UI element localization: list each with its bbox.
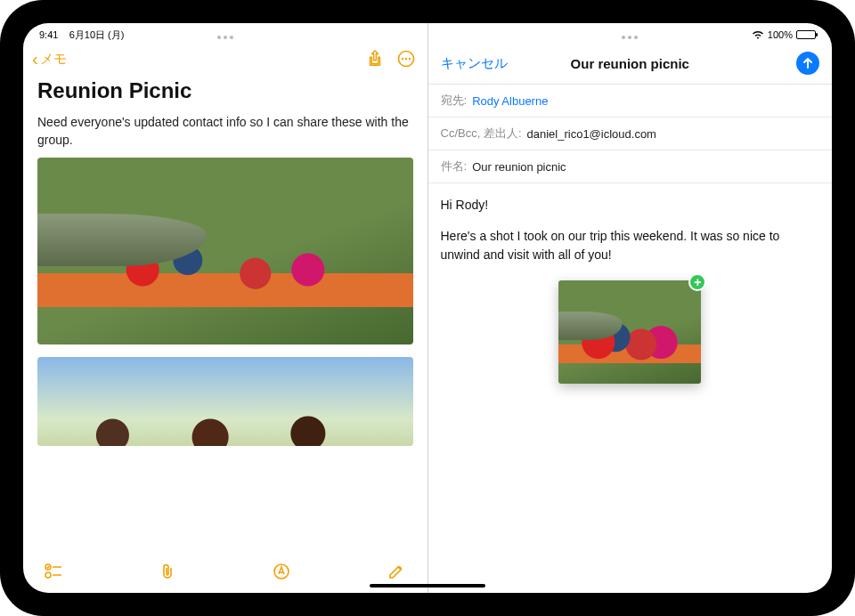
to-value[interactable]: Rody Albuerne bbox=[472, 94, 548, 108]
svg-point-6 bbox=[45, 572, 51, 578]
notes-navbar: ‹ メモ bbox=[23, 43, 428, 73]
dragged-photo-thumbnail[interactable] bbox=[558, 280, 701, 384]
status-time: 9:41 bbox=[39, 29, 58, 40]
compose-button[interactable] bbox=[387, 563, 405, 580]
notes-toolbar bbox=[23, 554, 428, 593]
svg-point-3 bbox=[408, 58, 410, 60]
mail-pane: キャンセル Our reunion picnic 宛先: Rody Albuer… bbox=[428, 23, 833, 593]
dragged-photo-wrap: + bbox=[441, 280, 820, 384]
mail-body-text: Here's a shot I took on our trip this we… bbox=[441, 227, 820, 264]
mail-navbar: キャンセル Our reunion picnic bbox=[428, 43, 833, 84]
home-indicator[interactable] bbox=[370, 584, 485, 588]
subject-field[interactable]: 件名: Our reunion picnic bbox=[428, 150, 833, 183]
checklist-button[interactable] bbox=[45, 563, 62, 580]
subject-value: Our reunion picnic bbox=[472, 160, 566, 174]
mail-title: Our reunion picnic bbox=[571, 56, 689, 71]
notes-content[interactable]: Reunion Picnic Need everyone's updated c… bbox=[23, 73, 428, 554]
note-body-text: Need everyone's updated contact info so … bbox=[37, 114, 413, 149]
to-label: 宛先: bbox=[441, 93, 468, 109]
notes-back-label: メモ bbox=[40, 51, 67, 68]
ipad-frame: 9:41 6月10日 (月) 100% ‹ bbox=[0, 0, 855, 616]
svg-point-2 bbox=[404, 58, 406, 60]
mail-header-fields: 宛先: Rody Albuerne Cc/Bcc, 差出人: daniel_ri… bbox=[428, 84, 833, 183]
cc-bcc-from-field[interactable]: Cc/Bcc, 差出人: daniel_rico1@icloud.com bbox=[428, 118, 833, 150]
cc-label: Cc/Bcc, 差出人: bbox=[441, 126, 522, 142]
mail-greeting: Hi Rody! bbox=[441, 196, 820, 215]
wifi-icon bbox=[752, 30, 764, 39]
screen: 9:41 6月10日 (月) 100% ‹ bbox=[23, 23, 832, 593]
note-photo-2[interactable] bbox=[37, 357, 413, 446]
to-field[interactable]: 宛先: Rody Albuerne bbox=[428, 85, 833, 118]
status-bar: 9:41 6月10日 (月) 100% bbox=[23, 23, 832, 43]
battery-pct: 100% bbox=[768, 29, 793, 40]
status-left: 9:41 6月10日 (月) bbox=[39, 28, 124, 42]
cc-value: daniel_rico1@icloud.com bbox=[527, 127, 656, 141]
status-date: 6月10日 (月) bbox=[69, 29, 125, 40]
markup-button[interactable] bbox=[273, 563, 290, 580]
mail-body[interactable]: Hi Rody! Here's a shot I took on our tri… bbox=[428, 183, 833, 396]
share-button[interactable] bbox=[367, 50, 383, 68]
notes-back-button[interactable]: ‹ メモ bbox=[32, 50, 67, 68]
note-title: Reunion Picnic bbox=[37, 78, 413, 103]
note-photo-1[interactable] bbox=[37, 158, 413, 344]
more-button[interactable] bbox=[397, 50, 415, 68]
notes-pane: ‹ メモ Reunion Picnic Need everyone's upda… bbox=[23, 23, 428, 593]
send-button[interactable] bbox=[796, 52, 819, 75]
svg-point-1 bbox=[401, 58, 403, 60]
attachment-button[interactable] bbox=[159, 563, 175, 580]
add-badge-icon: + bbox=[688, 273, 706, 291]
subject-label: 件名: bbox=[441, 158, 468, 174]
battery-icon bbox=[796, 30, 816, 39]
cancel-button[interactable]: キャンセル bbox=[441, 55, 508, 72]
chevron-left-icon: ‹ bbox=[32, 50, 38, 68]
status-right: 100% bbox=[752, 29, 816, 40]
